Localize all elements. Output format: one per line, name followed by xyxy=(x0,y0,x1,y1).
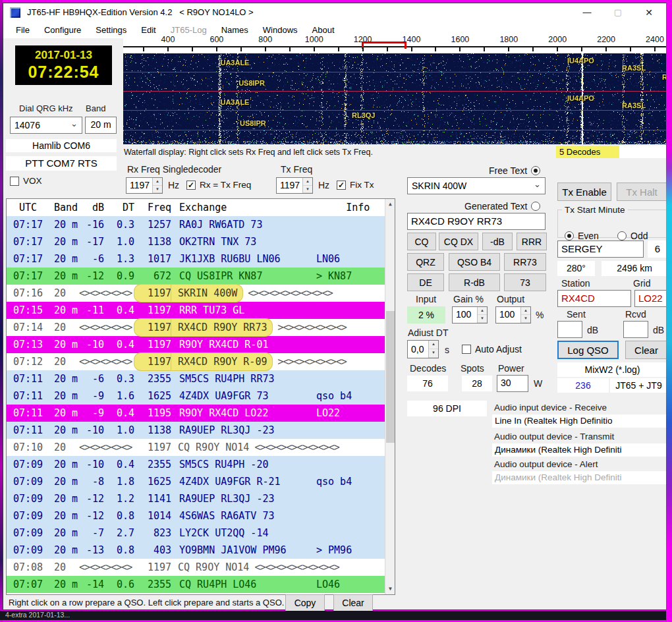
rcvd-db-field[interactable] xyxy=(623,321,648,338)
rx-freq-spinner[interactable]: 1197 ▲▼ xyxy=(126,177,163,194)
waterfall-wrap: UA3ALEUS8IPRUA3ALEUS8IPRRL3QJIU4APORA3SL… xyxy=(123,53,666,144)
menu-item-windows[interactable]: Windows xyxy=(256,25,305,35)
copy-button[interactable]: Copy xyxy=(285,594,325,611)
spin-up-icon[interactable]: ▲ xyxy=(429,341,438,349)
menu-item-edit[interactable]: Edit xyxy=(134,25,163,35)
table-row[interactable]: 07:0920 m-81.816254Z4DX UA9FGR R-21qso b… xyxy=(7,473,395,490)
table-row[interactable]: 07:0920 m-120.810144S6WAS RA6ATV 73 xyxy=(7,507,395,524)
table-row[interactable]: 07:0920 m-72.7823LY2CK UT2QQ -14 xyxy=(7,524,395,542)
free-text-radio[interactable]: Free Text xyxy=(489,165,540,176)
table-row[interactable]: 07:1720 m-61.31017JK1JXB RU6BU LN06LN06 xyxy=(7,250,395,268)
rr73-button[interactable]: RR73 xyxy=(504,253,546,271)
spin-down-icon[interactable]: ▼ xyxy=(478,315,487,323)
table-row[interactable]: 07:1720 m-160.31257RA0J RW6ATD 73 xyxy=(7,216,395,233)
table-row[interactable]: 07:1020<><><><><>1197CQ R9OY NO14<><><><… xyxy=(7,439,395,456)
table-row[interactable]: 07:0920 m-100.42355SM5CS RU4PH -20 xyxy=(7,456,395,473)
table-row[interactable]: 07:1120 m-60.32355SM5CS RU4PH RR73 xyxy=(7,370,395,387)
scroll-up-icon[interactable]: ▲ xyxy=(385,199,395,210)
hamlib-status: Hamlib COM6 xyxy=(6,139,117,152)
table-scrollbar[interactable]: ▲ ▼ xyxy=(385,199,395,594)
output-spinner[interactable]: 100 ▲▼ xyxy=(495,306,531,324)
generated-text-field[interactable]: RX4CD R9OY RR73 xyxy=(407,213,546,230)
close-icon[interactable]: ✕ xyxy=(636,3,662,22)
spin-down-icon[interactable]: ▼ xyxy=(521,315,530,323)
table-row[interactable]: 07:0820<><><><><>1197CQ R9OY NO14<><><><… xyxy=(7,559,395,576)
scale-tick xyxy=(630,47,631,51)
spin-up-icon[interactable]: ▲ xyxy=(153,178,162,186)
minimize-icon[interactable]: — xyxy=(574,3,600,22)
log-qso-button[interactable]: Log QSO xyxy=(557,341,619,359)
table-row[interactable]: 07:1420<><><><><>1197RX4CD R9OY RR73><><… xyxy=(7,319,395,336)
decode-table: UTCBanddBDTFreqExchange Info07:1720 m-16… xyxy=(6,198,395,595)
menu-item-settings[interactable]: Settings xyxy=(88,25,134,35)
waterfall-callsign-label: RA3SL xyxy=(622,101,646,109)
generated-text-radio[interactable]: Generated Text xyxy=(464,201,540,212)
tx-halt-button[interactable]: Tx Halt xyxy=(617,183,667,201)
scroll-thumb[interactable] xyxy=(386,311,395,443)
table-row[interactable]: 07:1520 m-110.41197RRR TU73 GL xyxy=(7,302,395,319)
cq-dx-button[interactable]: CQ DX xyxy=(439,233,478,250)
taskbar[interactable]: 4-extra 2017-01-13... xyxy=(0,611,668,620)
scale-label: 600 xyxy=(202,35,231,44)
r-db-button[interactable]: R-dB xyxy=(449,273,500,291)
table-row[interactable]: 07:1620<><><><><>1197SKRIN 400W<><><><><… xyxy=(7,285,395,302)
odd-radio[interactable]: Odd xyxy=(617,231,648,241)
scale-tick xyxy=(605,47,607,51)
free-text-combo[interactable]: SKRIN 400W ⌄ xyxy=(407,177,546,194)
sent-db-field[interactable] xyxy=(557,321,582,338)
adjust-dt-spinner[interactable]: 0,0 ▲▼ xyxy=(407,340,439,358)
scale-tick xyxy=(167,47,169,51)
table-row[interactable]: 07:0920 m-121.21141RA9UEP RL3QJ -23 xyxy=(7,490,395,507)
vox-checkbox[interactable]: VOX xyxy=(10,176,42,186)
scale-label: 400 xyxy=(154,35,182,44)
qrz-button[interactable]: QRZ xyxy=(407,253,444,271)
power-field[interactable]: 30 xyxy=(497,375,528,392)
log-clear-button[interactable]: Clear xyxy=(625,341,667,359)
tx-enable-button[interactable]: Tx Enable xyxy=(557,183,611,201)
spin-up-icon[interactable]: ▲ xyxy=(521,307,530,315)
station-field[interactable]: RX4CD xyxy=(557,290,631,307)
menu-item-names[interactable]: Names xyxy=(214,25,256,35)
spin-up-icon[interactable]: ▲ xyxy=(303,178,312,186)
rrr-button[interactable]: RRR xyxy=(517,233,547,250)
de-button[interactable]: DE xyxy=(407,273,444,291)
table-row[interactable]: 07:1120 m-90.41195R9OY RX4CD LO22LO22 xyxy=(7,405,395,422)
decode-table-body: UTCBanddBDTFreqExchange Info07:1720 m-16… xyxy=(7,199,395,593)
table-row[interactable]: 07:1320 m-100.41197R9OY RX4CD R-01 xyxy=(7,336,395,353)
cq-button[interactable]: CQ xyxy=(407,233,436,250)
menu-item-jt65-log[interactable]: JT65-Log xyxy=(163,25,214,35)
minus-db-button[interactable]: -dB xyxy=(482,233,513,250)
table-clear-button[interactable]: Clear xyxy=(333,594,373,611)
table-row[interactable]: 07:1220<><><><><>1197RX4CD R9OY R-09><><… xyxy=(7,353,395,370)
waterfall-callsign-label: IU4APO xyxy=(567,57,594,65)
scale-label: 1400 xyxy=(397,35,426,44)
table-row[interactable]: 07:1120 m-101.01138RA9UEP RL3QJ -23 xyxy=(7,422,395,439)
seventy-three-button[interactable]: 73 xyxy=(504,273,546,291)
menu-item-about[interactable]: About xyxy=(305,25,342,35)
auto-adjust-checkbox[interactable]: Auto Adjust xyxy=(462,344,522,354)
menu-item-file[interactable]: File xyxy=(9,25,37,35)
table-row[interactable]: 07:1120 m-91.616254Z4DX UA9FGR 73qso b4 xyxy=(7,387,395,405)
tx-freq-spinner[interactable]: 1197 ▲▼ xyxy=(276,177,313,194)
grid-field[interactable]: LO22 xyxy=(634,290,667,307)
desktop-edge-right xyxy=(666,0,672,622)
menu-item-configure[interactable]: Configure xyxy=(37,25,88,35)
spin-up-icon[interactable]: ▲ xyxy=(478,307,487,315)
distance-display: 2496 km xyxy=(602,261,667,276)
table-row[interactable]: 07:0920 m-130.8403YO9BMN JA1VOW PM96> PM… xyxy=(7,542,395,559)
table-row[interactable]: 07:1720 m-120.9672CQ US8IPR KN87> KN87 xyxy=(7,268,395,285)
spin-down-icon[interactable]: ▼ xyxy=(429,349,438,358)
rx-eq-tx-checkbox[interactable]: ✓ Rx = Tx Freq xyxy=(186,180,251,190)
scroll-down-icon[interactable]: ▼ xyxy=(385,584,395,594)
operator-field[interactable]: SERGEY xyxy=(557,240,644,258)
table-row[interactable]: 07:0720 m-140.62355CQ RU4PH LO46LO46 xyxy=(7,576,395,593)
spin-down-icon[interactable]: ▼ xyxy=(153,186,162,194)
fix-tx-checkbox[interactable]: ✓ Fix Tx xyxy=(337,180,374,190)
even-radio[interactable]: Even xyxy=(565,231,599,241)
spin-down-icon[interactable]: ▼ xyxy=(303,186,312,194)
dial-qrg-combo[interactable]: 14076 ⌄ xyxy=(10,117,82,134)
qso-b4-button[interactable]: QSO B4 xyxy=(449,253,500,271)
table-row[interactable]: 07:1720 m-171.01138OK2TRN TNX 73 xyxy=(7,233,395,250)
maximize-icon[interactable]: ▢ xyxy=(605,3,631,22)
gain-spinner[interactable]: 100 ▲▼ xyxy=(452,306,488,324)
